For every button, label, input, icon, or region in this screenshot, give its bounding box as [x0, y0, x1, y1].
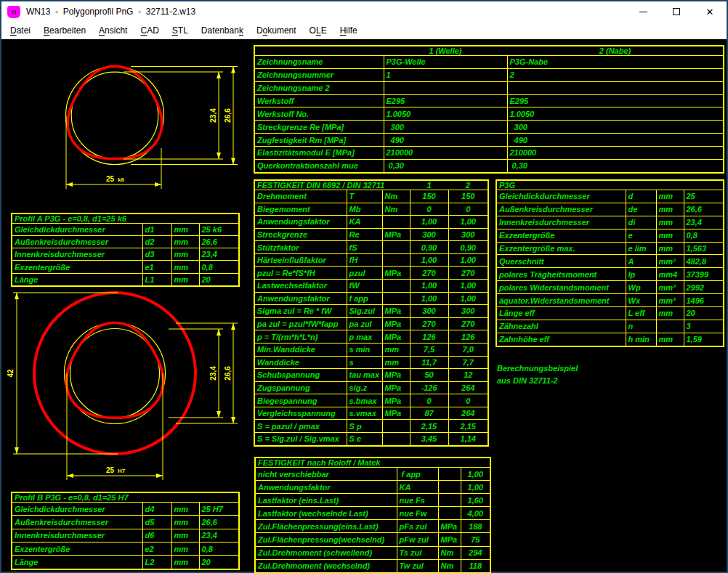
shaft-dim-outer: 26,6 — [224, 108, 232, 123]
menu-item-cad[interactable]: CAD — [134, 23, 165, 38]
table-cell: Exzentergröße — [12, 542, 142, 556]
table-cell: Mb — [347, 203, 382, 216]
table-cell: s — [347, 356, 382, 369]
table-cell: L2 — [142, 556, 171, 569]
table-cell: 23,4 — [684, 216, 724, 229]
table-cell: L1 — [142, 273, 171, 286]
table-cell: 0 — [448, 394, 488, 407]
close-button[interactable]: ✕ — [693, 1, 727, 22]
table-row: Exzentergröße max.e limmm1,563 — [496, 242, 724, 255]
table-cell: polares Widerstandsmoment — [496, 281, 626, 294]
table-cell — [382, 216, 410, 229]
table-cell: 490 — [507, 134, 724, 147]
menu-item-dokument[interactable]: Dokument — [250, 23, 303, 38]
table-cell: pFw zul — [397, 533, 438, 546]
table-cell: mm — [382, 356, 410, 369]
table-cell: 25 k6 — [199, 224, 239, 236]
table-cell: S = pazul / pmax — [254, 420, 347, 433]
table-cell: 0 — [448, 203, 488, 216]
table-cell: 1,00 — [448, 292, 488, 305]
table-cell: 482,8 — [684, 255, 724, 268]
table-cell: MPa — [382, 394, 410, 407]
table-cell — [382, 432, 410, 446]
table-cell: 0,30 — [384, 159, 507, 173]
table-cell: Außenkreisdurchmesser — [496, 203, 626, 216]
app-window: n WN13 - Polygonprofil PnG - 32711-2.w13… — [0, 0, 728, 573]
shaft-profile-drawing: 23,4 26,6 25 k6 — [66, 66, 238, 189]
table-row: Vergleichsspannungs.vmaxMPa87264 — [254, 407, 488, 420]
profil-b-table: Profil B P3G - e=0,8, d1=25 H7 Gleichdic… — [11, 492, 240, 570]
table-row: BiegemomentMbNm00 — [254, 203, 488, 216]
table-cell: pa zul = pzul*fW*fapp — [254, 317, 347, 330]
table-cell: 1,00 — [410, 292, 448, 305]
table-cell: MPa — [382, 330, 410, 344]
table-cell: MPa — [382, 407, 410, 420]
table-row: Schubspannungtau maxMPa5012 — [254, 369, 488, 382]
table-cell: mm³ — [656, 281, 684, 294]
table-row: Gleichdickdurchmesserd4mm25 H7 — [12, 503, 239, 516]
table-cell: 1,00 — [410, 216, 448, 229]
table-cell: 264 — [448, 407, 488, 420]
table-row: Anwendungsfaktorf app1,001,00 — [254, 292, 488, 305]
table-cell: Zahnhöhe eff — [496, 333, 626, 346]
table-cell: MPa — [382, 317, 410, 330]
table-cell — [382, 253, 410, 267]
table-cell: 1.0050 — [507, 107, 724, 121]
roloff-matek-table: FESTIGKEIT nach Roloff / Matek nicht ver… — [254, 457, 491, 573]
table-row: polares TrägheitsmomentIpmm437399 — [496, 268, 724, 281]
close-icon: ✕ — [706, 7, 714, 17]
table-cell: Länge eff — [496, 307, 626, 320]
menu-item-stl[interactable]: STL — [166, 23, 195, 38]
table-cell: Wanddicke — [254, 356, 347, 369]
menu-item-hilfe[interactable]: Hilfe — [333, 23, 364, 38]
menu-item-ole[interactable]: OLE — [303, 23, 333, 38]
table-row: Wanddickesmm11,77,7 — [254, 356, 488, 369]
table-row: Lastfaktor (eins.Last)nue Fs1,60 — [255, 494, 490, 507]
table-cell: 490 — [384, 134, 507, 147]
table-cell: Länge — [12, 556, 142, 569]
table-cell: Lastfaktor (wechselnde Last) — [255, 507, 397, 520]
table-cell: mm — [171, 542, 199, 556]
table-cell: Elastizitätsmodul E [MPa] — [254, 147, 384, 160]
roloff-title: FESTIGKEIT nach Roloff / Matek — [255, 458, 490, 468]
maximize-button[interactable] — [660, 1, 693, 22]
table-cell: d5 — [142, 516, 171, 529]
menu-item-datenbank[interactable]: Datenbank — [195, 23, 250, 38]
table-cell: 1,00 — [448, 253, 488, 267]
table-cell: 300 — [410, 305, 448, 318]
table-row: LastwechselfaktorfW1,001,00 — [254, 280, 488, 293]
table-row: Werkstoff No.1.00501.0050 — [254, 107, 724, 121]
table-cell: Zul.Drehmoment (schwellend) — [255, 546, 397, 559]
table-cell: 1,563 — [684, 242, 724, 255]
table-row: Querkontraktionszahl mue 0,30 0,30 — [254, 159, 724, 173]
table-row: ZeichnungsnameP3G-WelleP3G-Nabe — [254, 56, 724, 69]
table-cell — [382, 420, 410, 433]
table-cell: Gleichdickdurchmesser — [12, 224, 142, 236]
table-cell: Drehmoment — [254, 190, 347, 203]
p3g-title: P3G — [496, 180, 724, 190]
table-cell: 20 — [199, 273, 239, 286]
table-cell: 0,8 — [199, 261, 239, 273]
menu-item-ansicht[interactable]: Ansicht — [92, 23, 134, 38]
table-cell: Schubspannung — [254, 369, 347, 382]
table-row: pzul = Re*fS*fHpzulMPa270270 — [254, 267, 488, 280]
table-row: WerkstoffE295E295 — [254, 94, 724, 107]
specs-table: 1 (Welle) 2 (Nabe) ZeichnungsnameP3G-Wel… — [254, 45, 724, 174]
hub-outer-circle — [65, 323, 166, 424]
table-row: Zul.Flächenpressung(eins.Last)pFs zulMPa… — [255, 520, 490, 533]
table-cell: e1 — [142, 261, 171, 273]
table-cell: KA — [397, 481, 438, 494]
table-cell: Werkstoff No. — [254, 107, 384, 121]
minimize-button[interactable] — [626, 1, 660, 22]
menu-item-bearbeiten[interactable]: Bearbeiten — [37, 23, 92, 38]
table-cell: 25 — [684, 190, 724, 203]
hub-dim-inner: 23,4 — [209, 366, 217, 381]
table-cell: d1 — [142, 224, 171, 236]
table-cell: Nm — [438, 559, 461, 573]
menu-item-datei[interactable]: Datei — [4, 23, 37, 38]
table-cell: 11,7 — [410, 356, 448, 369]
shaft-outer-circle — [66, 67, 164, 165]
table-cell: 1,00 — [461, 468, 490, 481]
specs-col1-header: 1 (Welle) — [384, 46, 507, 56]
table-row: Exzentergrößee2mm0,8 — [12, 542, 239, 556]
